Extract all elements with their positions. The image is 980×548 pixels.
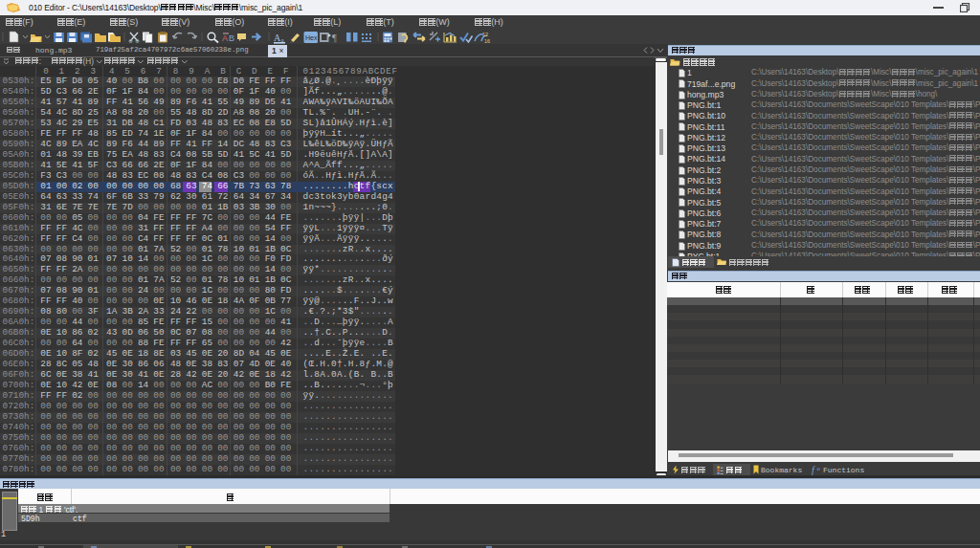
svg-text:12: 12 (482, 32, 488, 37)
svg-text:16: 16 (484, 38, 490, 44)
svg-text:¶: ¶ (332, 33, 337, 43)
svg-text:A: A (222, 33, 228, 43)
svg-text:B: B (229, 33, 234, 43)
svg-text:o: o (817, 466, 821, 471)
svg-text:f: f (812, 465, 815, 475)
svg-text:Hex: Hex (305, 34, 318, 41)
